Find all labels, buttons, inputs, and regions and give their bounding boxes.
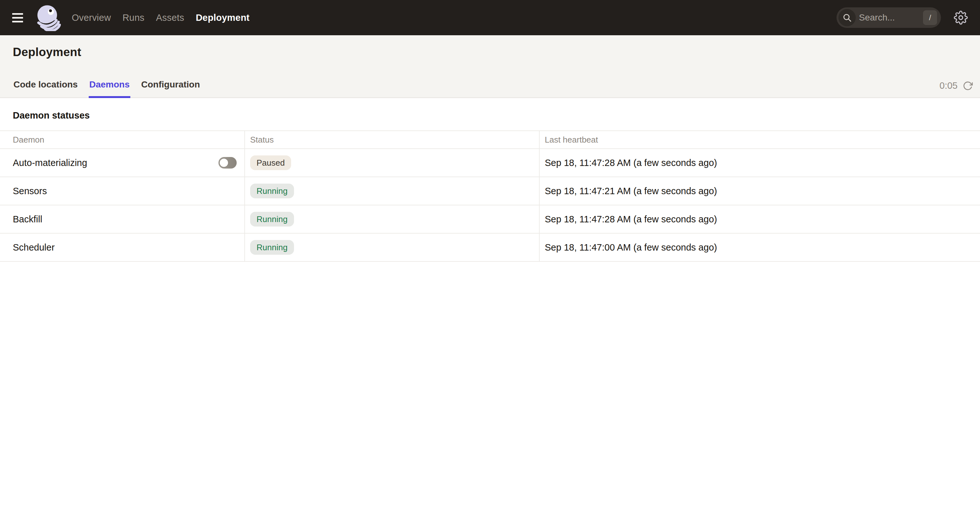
gear-icon[interactable] [954, 11, 968, 25]
column-header-status: Status [245, 131, 539, 148]
nav-link-runs[interactable]: Runs [123, 13, 145, 23]
refresh-countdown: 0:05 [940, 80, 958, 91]
last-heartbeat: Sep 18, 11:47:00 AM (a few seconds ago) [545, 242, 717, 253]
toggle-knob [219, 158, 229, 167]
search-shortcut-key: / [923, 10, 937, 25]
nav-link-overview[interactable]: Overview [72, 13, 111, 23]
nav-link-deployment[interactable]: Deployment [196, 13, 250, 23]
section-heading: Daemon statuses [13, 110, 967, 121]
status-badge: Running [250, 183, 294, 198]
refresh-icon[interactable] [963, 81, 973, 91]
last-heartbeat: Sep 18, 11:47:21 AM (a few seconds ago) [545, 186, 717, 196]
table-body: Auto-materializing Paused Sep 18, 11:47:… [0, 149, 980, 262]
nav-link-assets[interactable]: Assets [156, 13, 184, 23]
page-tabs: Code locations Daemons Configuration [13, 80, 200, 98]
top-nav-bar: Overview Runs Assets Deployment / [0, 0, 980, 35]
tab-configuration[interactable]: Configuration [141, 80, 201, 98]
status-badge: Running [250, 212, 294, 226]
table-row: Auto-materializing Paused Sep 18, 11:47:… [0, 149, 980, 177]
daemon-name: Scheduler [13, 242, 55, 253]
search-input[interactable] [856, 13, 923, 23]
daemon-name: Sensors [13, 186, 47, 196]
last-heartbeat: Sep 18, 11:47:28 AM (a few seconds ago) [545, 214, 717, 225]
page-header: Deployment Code locations Daemons Config… [0, 35, 980, 98]
primary-nav-links: Overview Runs Assets Deployment [72, 13, 250, 23]
table-row: Backfill Running Sep 18, 11:47:28 AM (a … [0, 206, 980, 234]
app-window: Overview Runs Assets Deployment / [0, 0, 980, 521]
table-row: Scheduler Running Sep 18, 11:47:00 AM (a… [0, 234, 980, 262]
dagster-logo[interactable] [34, 3, 65, 32]
daemon-name: Auto-materializing [13, 158, 87, 168]
status-badge: Paused [250, 155, 291, 170]
daemon-status-table: Daemon Status Last heartbeat Auto-materi… [0, 131, 980, 262]
search-box[interactable]: / [837, 7, 941, 28]
table-row: Sensors Running Sep 18, 11:47:21 AM (a f… [0, 177, 980, 206]
hamburger-menu-icon[interactable] [12, 9, 30, 27]
status-badge: Running [250, 240, 294, 255]
nav-right-group: / [837, 7, 968, 28]
tab-code-locations[interactable]: Code locations [13, 80, 78, 98]
page-title: Deployment [13, 46, 967, 59]
tab-daemons[interactable]: Daemons [89, 80, 130, 98]
main-content: Daemon statuses Daemon Status Last heart… [0, 110, 980, 262]
last-heartbeat: Sep 18, 11:47:28 AM (a few seconds ago) [545, 158, 717, 168]
daemon-name: Backfill [13, 214, 42, 225]
column-header-last-heartbeat: Last heartbeat [539, 131, 980, 148]
daemon-toggle[interactable] [218, 157, 237, 169]
auto-refresh-control: 0:05 [940, 80, 973, 91]
search-icon [838, 9, 856, 26]
table-header-row: Daemon Status Last heartbeat [0, 131, 980, 149]
column-header-daemon: Daemon [0, 131, 245, 148]
